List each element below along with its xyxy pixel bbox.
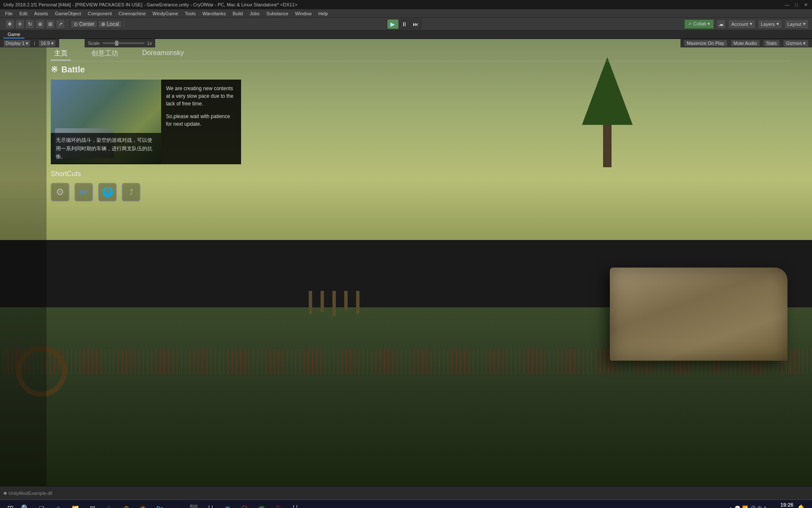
taskbar-app-red[interactable]: ⚐ [271,501,286,508]
nav-home[interactable]: 主页 [51,47,71,61]
tool-rotate[interactable]: ↻ [25,19,35,29]
gizmos-btn[interactable]: Gizmos ▾ [783,40,809,47]
scale-slider[interactable] [102,42,145,44]
game-panel-header: Game [0,30,812,39]
tool-hand[interactable]: ✥ [5,19,14,29]
menu-help[interactable]: Help [315,10,332,17]
fence-post [321,291,324,312]
keyboard-icon[interactable]: A [764,505,767,508]
taskbar-right-area: ▲ 💬 📶 🔊 中 A 19:26 24/08/2018 🔔 [728,502,809,508]
taskbar-app-orange[interactable]: ⬡ [237,501,252,508]
account-label: Account [731,22,748,27]
cloud-button[interactable]: ☁ [716,19,726,29]
layers-dropdown[interactable]: Layers ▾ [758,19,782,29]
taskbar-photoshop[interactable]: Ps [152,501,167,508]
vk-shortcut[interactable]: ВК [74,183,93,202]
show-hidden-icon[interactable]: ▲ [728,505,733,508]
menu-substance[interactable]: Substance [263,10,292,17]
layout-chevron-icon: ▾ [803,21,806,27]
aspect-separator: | [34,41,35,46]
tool-transform[interactable]: ↗ [56,19,65,29]
tool-rect[interactable]: ⊞ [46,19,55,29]
layout-dropdown[interactable]: Layout ▾ [785,19,809,29]
taskbar: ⊞ 🔍 ❑ e 📁 ✉ ♘ ⊕ ◉ Ps ↔ ⬛ U ◉ ⬡ ▣ ⚐ U ▲ 💬… [0,500,812,508]
taskbar-explorer[interactable]: 📁 [68,501,83,508]
mute-audio-btn[interactable]: Mute Audio [731,40,760,47]
gizmos-label: Gizmos ▾ [786,41,806,46]
collab-button[interactable]: ✓ Collab ▾ [684,19,714,29]
center-button[interactable]: ⊙ Center [71,20,97,28]
taskbar-steam[interactable]: ♘ [102,501,117,508]
nav-workshop[interactable]: 创意工坊 [88,47,122,61]
tool-scale[interactable]: ⊕ [36,19,45,29]
start-button[interactable]: ⊞ [3,502,17,508]
taskbar-task-view[interactable]: ❑ [34,501,49,508]
layers-label: Layers [761,22,775,27]
exit-shortcut[interactable]: ⤴ [122,183,140,202]
shortcuts-title: ShortCuts [51,170,140,178]
pause-button[interactable]: ⏸ [399,19,410,29]
maximize-button[interactable]: □ [793,2,799,8]
close-button[interactable]: ✕ [803,2,809,8]
tree-decoration [565,61,650,167]
left-panel-overlay [0,39,47,486]
battle-section: ※ Battle 无尽循环的战斗，架空的游戏对战，可以使用一系列同时期的车辆，进… [51,64,241,164]
tab-game[interactable]: Game [3,31,25,39]
taskbar-app-dark[interactable]: ⬛ [186,501,201,508]
stats-btn[interactable]: Stats [763,40,780,47]
message-center-icon[interactable]: 💬 [735,505,741,508]
taskbar-edge[interactable]: e [51,501,66,508]
menu-assets[interactable]: Assets [31,10,52,17]
language-icon[interactable]: 中 [757,505,762,508]
menu-windygame[interactable]: WindyGame [149,10,182,17]
taskbar-system-icons: ▲ 💬 📶 🔊 中 A [728,505,767,508]
search-button[interactable]: 🔍 [19,502,32,508]
notification-icon[interactable]: 🔔 [797,504,805,508]
menu-edit[interactable]: Edit [16,10,31,17]
menu-cinemachine[interactable]: Cinemachine [115,10,149,17]
toolbar: ✥ ✛ ↻ ⊕ ⊞ ↗ ⊙ Center ⊕ Local ▶ ⏸ ⏭ ✓ Col… [0,18,812,30]
taskbar-unity-hub[interactable]: U [203,501,218,508]
volume-icon[interactable]: 🔊 [750,505,756,508]
minimize-button[interactable]: — [784,2,790,8]
scale-bar: Scale 1x [85,39,155,47]
nav-user[interactable]: Doreamonsky [139,47,187,61]
taskbar-unity-active[interactable]: U [288,501,303,508]
menu-build[interactable]: Build [229,10,246,17]
tool-move[interactable]: ✛ [15,19,25,29]
menu-jobs[interactable]: Jobs [246,10,263,17]
menu-warottanks[interactable]: Warottanks [199,10,229,17]
stats-label: Stats [766,41,777,46]
battle-description-overlay: 无尽循环的战斗，架空的游戏对战，可以使用一系列同时期的车辆，进行两支队伍的抗衡。 [51,133,161,164]
battle-para2: So,please wait with patience for next up… [166,113,236,128]
taskbar-clock[interactable]: 19:26 24/08/2018 [770,502,793,508]
window-controls[interactable]: — □ ✕ [784,2,809,8]
menu-component[interactable]: Component [84,10,115,17]
aspect-selector[interactable]: 16:9 ▾ [38,40,55,47]
maximize-on-play-btn[interactable]: Maximize On Play [684,40,727,47]
display-selector[interactable]: Display 1 ▾ [3,40,30,47]
menu-tools[interactable]: Tools [181,10,199,17]
settings-shortcut[interactable]: ⚙ [51,183,69,202]
battle-card[interactable]: 无尽循环的战斗，架空的游戏对战，可以使用一系列同时期的车辆，进行两支队伍的抗衡。… [51,80,241,164]
menu-window[interactable]: Window [292,10,315,17]
game-view-controls: Maximize On Play Mute Audio Stats Gizmos… [680,39,812,47]
menu-gameobject[interactable]: GameObject [52,10,85,17]
step-button[interactable]: ⏭ [410,19,421,29]
local-button[interactable]: ⊕ Local [98,20,122,28]
wifi-icon[interactable]: 📶 [742,505,748,508]
taskbar-mail[interactable]: ✉ [85,501,100,508]
unity-logo-icon: ◆ [3,490,7,496]
aspect-label: 16:9 [41,41,49,46]
taskbar-app-blue[interactable]: ◉ [220,501,235,508]
taskbar-chrome[interactable]: ⊕ [118,501,134,508]
taskbar-app-green[interactable]: ▣ [254,501,269,508]
display-label: Display 1 [5,41,25,46]
globe-shortcut[interactable]: 🌐 [98,183,117,202]
play-button[interactable]: ▶ [387,19,398,29]
menu-file[interactable]: File [2,10,16,17]
account-dropdown[interactable]: Account ▾ [728,19,755,29]
taskbar-vscode[interactable]: ↔ [169,501,184,508]
taskbar-blender[interactable]: ◉ [135,501,151,508]
shortcuts-section: ShortCuts ⚙ ВК 🌐 ⤴ [51,170,140,202]
